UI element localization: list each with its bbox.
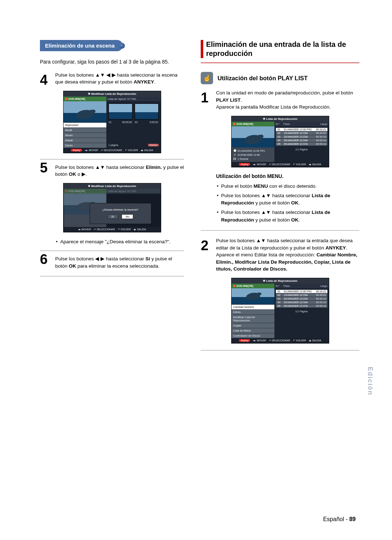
step5-bullets: Aparece el mensaje "¿Desea eliminar la e… (40, 238, 184, 245)
osd-playlist-context-menu: Lista de Reproducción DVD-RW(VR) N.ºTítu… (231, 278, 329, 344)
menu-anadir[interactable]: Añadir (64, 138, 106, 143)
table-row[interactable]: 0323/JAN/2005 12:23A00:30:10 (276, 297, 327, 300)
osd-modify-playlist-scenes: Modificar Lista de Reproducción DVD-RW(V… (63, 91, 161, 153)
step-4: 4 Pulse los botones ▲▼ ◀ ▶ hasta selecci… (40, 72, 184, 86)
right-heading: Eliminación de una entrada de la lista d… (206, 40, 359, 58)
left-column: Eliminación de una escena Para configura… (40, 40, 184, 357)
osd-playlist-table: Lista de Reproducción DVD-RW(VR) N.ºTítu… (231, 116, 329, 167)
table-row[interactable]: 0213/JAN/2005 12:15A00:40:02 (276, 293, 327, 297)
step-2-text: Pulse los botones ▲▼ hasta seleccionar l… (216, 237, 359, 273)
red-bar-icon (201, 40, 203, 58)
step-number: 4 (40, 73, 48, 87)
step-6: 6 Pulse los botones ◀ ▶ hasta selecciona… (40, 251, 184, 269)
dolphin-icon (75, 109, 94, 119)
table-row[interactable]: 0213/JAN/2005 12:15A00:40:02 (276, 131, 327, 135)
table-row[interactable]: 0323/JAN/2005 12:23A00:30:10 (276, 135, 327, 138)
step-1-text: Con la unidad en modo de parada/reproduc… (216, 89, 359, 111)
step-1: 1 Con la unidad en modo de parada/reprod… (201, 89, 359, 111)
hand-icon: ☝ (201, 72, 213, 84)
sub-heading-playlist: Utilización del botón PLAY LIST (217, 75, 307, 82)
confirm-dialog: ¿Desea eliminar la escena? Sí No (90, 203, 151, 224)
menu-mover[interactable]: Mover (64, 133, 106, 138)
step-4-text: Pulse los botones ▲▼ ◀ ▶ hasta seleccion… (55, 72, 184, 86)
ctx-cambiar-nombre[interactable]: Cambiar Nombre (232, 304, 274, 309)
step-5-text: Pulse los botones ▲▼ hasta seleccionar E… (55, 164, 184, 178)
bullet: Pulse los botones ▲▼ hasta seleccionar L… (221, 192, 359, 207)
step-number: 5 (40, 161, 48, 175)
scene-thumb-2[interactable]: 020:00:03 (135, 103, 159, 119)
menu-bullets: Pulse el botón MENU con el disco detenid… (201, 183, 359, 224)
ctx-modificar-lista[interactable]: Modificar Lista De Reproducción (232, 314, 274, 323)
menu-modif[interactable]: Modif. (64, 127, 106, 133)
step-number: 6 (40, 252, 48, 266)
anykey-pill: Anykey (71, 149, 82, 151)
table-row[interactable]: 0425/JAN/2005 12:34A00:50:10 (276, 139, 327, 142)
confirm-question: ¿Desea eliminar la escena? (102, 208, 138, 211)
step-5: 5 Pulse los botones ▲▼ hasta seleccionar… (40, 159, 184, 178)
table-row[interactable]: 0101/JAN/2005 12:00 PR100:10:21 (276, 128, 327, 131)
table-row[interactable]: 0425/JAN/2005 12:34A00:50:10 (276, 301, 327, 304)
ctx-controlador-discos[interactable]: Controlador de Discos (232, 333, 274, 338)
step-2: 2 Pulse los botones ▲▼ hasta seleccionar… (201, 237, 359, 273)
section-pill: Eliminación de una escena (40, 40, 123, 51)
step-number: 2 (201, 239, 208, 252)
scene-thumb-1[interactable]: 0100:00:06 (109, 103, 132, 119)
btn-si[interactable]: Sí (107, 214, 118, 219)
bullet: Pulse los botones ▲▼ hasta seleccionar L… (221, 209, 359, 224)
intro-text: Para configurar, siga los pasos del 1 al… (40, 58, 184, 66)
osd-confirm-delete-scene: Modificar Lista de Reproducción DVD-RW(V… (63, 183, 161, 232)
menu-reproducir[interactable]: Reproducir (64, 122, 106, 127)
ctx-copiar[interactable]: Copiar (232, 323, 274, 328)
menu-elimin[interactable]: Elimin. (64, 143, 106, 148)
ctx-lista-titulos[interactable]: Lista de títulos (232, 328, 274, 333)
nuevo-badge[interactable]: Nuevo (148, 144, 158, 146)
menu-sub-heading: Utilización del botón MENU. (216, 173, 359, 179)
side-tab-edicion: Edición (366, 367, 374, 395)
right-column: Eliminación de una entrada de la lista d… (201, 40, 359, 357)
table-row[interactable]: 0525/JAN/2005 12:37A00:50:10 (276, 142, 327, 146)
step-number: 1 (201, 91, 208, 105)
ctx-elimin[interactable]: Elimin. (232, 309, 274, 314)
btn-no[interactable]: No (122, 214, 133, 219)
table-row[interactable]: 0101/JAN/2005 12:00 PR100:10:21 (276, 290, 327, 293)
page-footer: Español - 89 (323, 516, 356, 523)
bullet: Aparece el mensaje "¿Desea eliminar la e… (60, 238, 184, 245)
table-row[interactable]: 0525/JAN/2005 12:37A00:50:10 (276, 304, 327, 308)
step-6-text: Pulse los botones ◀ ▶ hasta seleccionar … (55, 255, 184, 269)
bullet: Pulse el botón MENU con el disco detenid… (221, 183, 359, 190)
